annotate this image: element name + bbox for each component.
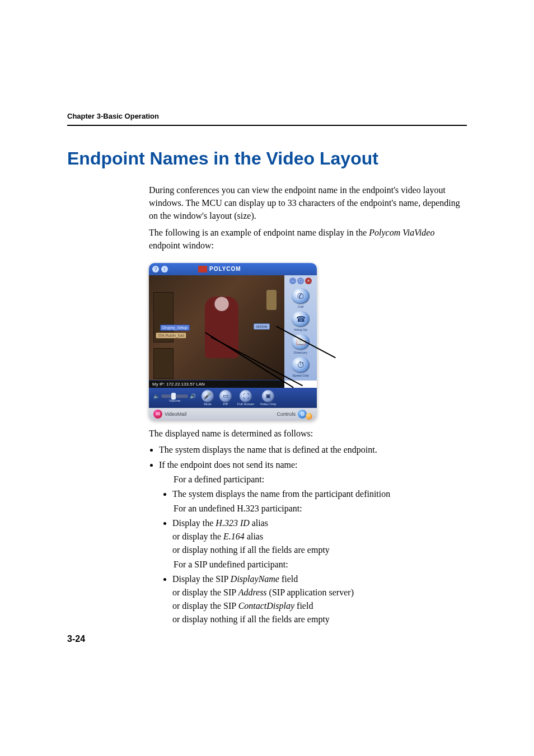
volume-slider: [161, 395, 188, 398]
paragraph: During conferences you can view the endp…: [149, 184, 467, 223]
text: The following is an example of endpoint …: [149, 228, 369, 237]
footer-label: VideoMail: [165, 411, 186, 417]
list-item: If the endpoint does not send its name: …: [159, 458, 467, 626]
video-scene-element: [266, 290, 277, 310]
sub-heading: For a defined participant:: [174, 473, 467, 486]
bottom-controls: 🔈 🔊 Volume 🎤 Mute ▭ PIP: [149, 388, 317, 408]
control-label: Mute: [204, 402, 211, 406]
text: field: [279, 574, 298, 584]
footer-label: Controls: [277, 411, 296, 417]
sidebar: – □ × ✆ Call ☎ Hang Up 📖 Directory ⏱ Spe: [284, 275, 317, 381]
speaker-loud-icon: 🔊: [190, 393, 196, 399]
text: or display the: [172, 532, 223, 541]
polycom-logo-icon: [198, 266, 207, 273]
ip-status: My IP: 172.22.133.57 LAN: [149, 381, 284, 388]
endpoint-name-label: Dropny_Setup: [160, 325, 190, 331]
text-italic: Polycom ViaVideo: [369, 228, 434, 237]
window-title: POLYCOM: [209, 266, 241, 272]
text-italic: ContactDisplay: [238, 601, 294, 611]
paragraph: The displayed name is determined as foll…: [149, 427, 467, 440]
pip-control: ▭ PIP: [219, 390, 232, 406]
sidebar-label: Speed Dial: [292, 374, 308, 377]
endpoint-name-label: 554.Rubin_fold: [156, 332, 186, 339]
speeddial-icon: ⏱: [292, 357, 310, 373]
maximize-icon: □: [297, 278, 304, 284]
help-icon: ?: [152, 266, 159, 273]
minimize-icon: –: [289, 278, 296, 284]
videoonly-control: ▣ Video Only: [260, 390, 276, 406]
or-line: or display nothing if all the fields are…: [172, 613, 467, 626]
or-line: or display nothing if all the fields are…: [172, 543, 467, 557]
text-italic: E.164: [223, 532, 245, 541]
chapter-header: Chapter 3-Basic Operation: [67, 112, 467, 120]
info-icon: i: [161, 266, 168, 273]
text: If the endpoint does not send its name:: [159, 460, 298, 469]
text-italic: DisplayName: [231, 574, 279, 584]
text: Display the SIP: [172, 574, 231, 584]
titlebar: ? i POLYCOM: [149, 263, 317, 275]
video-scene-element: [153, 348, 174, 379]
call-icon: ✆: [292, 288, 310, 304]
text: Display the: [172, 518, 216, 528]
figure: ? i POLYCOM Dropny_Setup: [149, 263, 317, 420]
page-title: Endpoint Names in the Video Layout: [67, 148, 467, 169]
list-item: Display the H.323 ID alias or display th…: [172, 516, 467, 557]
close-icon: ×: [305, 278, 312, 284]
mute-control: 🎤 Mute: [202, 390, 214, 406]
sub-heading: For a SIP undefined participant:: [174, 558, 467, 571]
pip-icon: ▭: [219, 390, 232, 402]
sub-heading: For an undefined H.323 participant:: [174, 502, 467, 515]
fullscreen-control: ⛶ Full Screen: [237, 390, 254, 406]
text: endpoint window:: [149, 241, 214, 250]
hangup-icon: ☎: [292, 311, 310, 327]
control-label: Full Screen: [237, 402, 254, 406]
polycom-window: ? i POLYCOM Dropny_Setup: [149, 263, 317, 420]
footer: ✉ VideoMail Controls ⚙: [149, 408, 317, 420]
mute-icon: 🎤: [202, 390, 214, 402]
sidebar-label: Directory: [294, 351, 307, 354]
fullscreen-icon: ⛶: [240, 390, 252, 402]
speaker-icon: 🔈: [153, 393, 160, 399]
list-item: The system displays the name from the pa…: [172, 487, 467, 501]
text: or display the SIP: [172, 601, 238, 611]
text: or display the SIP: [172, 588, 238, 597]
or-line: or display the SIP Address (SIP applicat…: [172, 586, 467, 599]
text: field: [294, 601, 313, 611]
text-italic: Address: [238, 588, 267, 597]
divider: [67, 125, 467, 126]
page-number: 3-24: [67, 634, 85, 644]
or-line: or display the E.164 alias: [172, 530, 467, 543]
text: alias: [250, 518, 268, 528]
controls-sub-icon: [306, 413, 312, 420]
text: alias: [245, 532, 263, 541]
sidebar-label: Hang Up: [294, 328, 307, 331]
sidebar-label: Call: [298, 305, 303, 308]
endpoint-name-label: debbie: [254, 323, 270, 330]
videoonly-icon: ▣: [262, 390, 274, 402]
text-italic: H.323 ID: [216, 518, 249, 528]
list-item: Display the SIP DisplayName field or dis…: [172, 572, 467, 626]
control-label: PIP: [223, 402, 228, 406]
control-label: Video Only: [260, 402, 276, 406]
text: (SIP application server): [267, 588, 354, 597]
volume-control: 🔈 🔊 Volume: [153, 393, 196, 402]
or-line: or display the SIP ContactDisplay field: [172, 599, 467, 613]
videomail-icon: ✉: [153, 410, 162, 419]
list-item: The system displays the name that is def…: [159, 443, 467, 457]
paragraph: The following is an example of endpoint …: [149, 226, 467, 252]
